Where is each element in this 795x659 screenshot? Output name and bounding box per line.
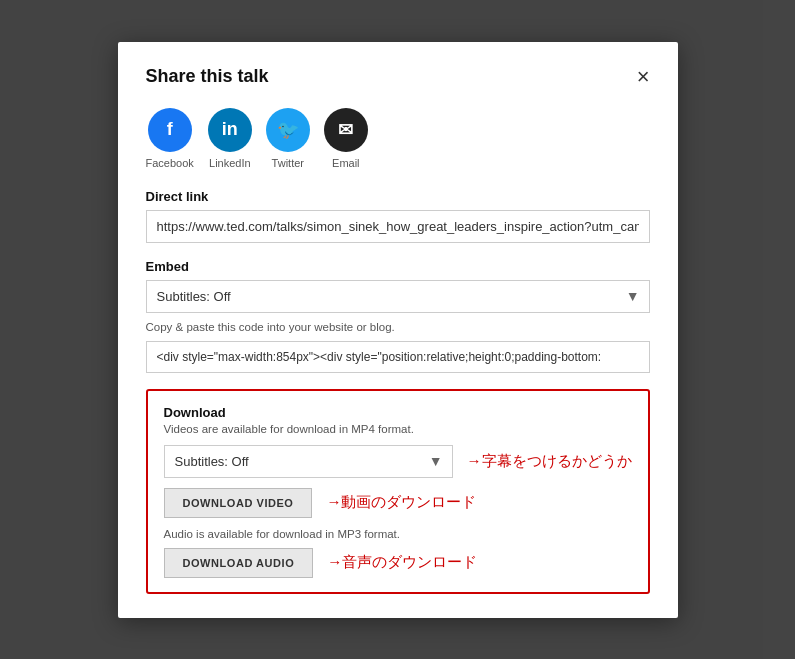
direct-link-input[interactable] <box>146 210 650 243</box>
embed-copy-hint: Copy & paste this code into your website… <box>146 321 650 333</box>
embed-subtitle-wrapper: Subtitles: Off Subtitles: On ▼ <box>146 280 650 313</box>
linkedin-icon: in <box>208 108 252 152</box>
twitter-label: Twitter <box>272 157 304 169</box>
social-icons-row: f Facebook in LinkedIn 🐦 Twitter ✉ Email <box>146 108 650 169</box>
twitter-share-button[interactable]: 🐦 Twitter <box>266 108 310 169</box>
direct-link-label: Direct link <box>146 189 650 204</box>
modal-header: Share this talk × <box>146 66 650 88</box>
facebook-label: Facebook <box>146 157 194 169</box>
embed-code-input[interactable] <box>146 341 650 373</box>
facebook-share-button[interactable]: f Facebook <box>146 108 194 169</box>
download-video-annotation: →動画のダウンロード <box>326 493 476 512</box>
email-share-button[interactable]: ✉ Email <box>324 108 368 169</box>
linkedin-share-button[interactable]: in LinkedIn <box>208 108 252 169</box>
download-subtitle-select[interactable]: Subtitles: Off Subtitles: On <box>164 445 453 478</box>
close-button[interactable]: × <box>637 66 650 88</box>
embed-label: Embed <box>146 259 650 274</box>
share-modal: Share this talk × f Facebook in LinkedIn… <box>118 42 678 618</box>
download-section: Download Videos are available for downlo… <box>146 389 650 594</box>
download-title: Download <box>164 405 632 420</box>
download-audio-button[interactable]: DOWNLOAD AUDIO <box>164 548 314 578</box>
facebook-icon: f <box>148 108 192 152</box>
audio-desc: Audio is available for download in MP3 f… <box>164 528 632 540</box>
download-video-button[interactable]: DOWNLOAD VIDEO <box>164 488 313 518</box>
download-audio-annotation: →音声のダウンロード <box>327 553 477 572</box>
download-audio-row: DOWNLOAD AUDIO →音声のダウンロード <box>164 548 632 578</box>
download-subtitle-row: Subtitles: Off Subtitles: On ▼ →字幕をつけるかど… <box>164 445 632 478</box>
embed-subtitle-select[interactable]: Subtitles: Off Subtitles: On <box>146 280 650 313</box>
embed-section: Embed Subtitles: Off Subtitles: On ▼ Cop… <box>146 259 650 373</box>
linkedin-label: LinkedIn <box>209 157 251 169</box>
direct-link-section: Direct link <box>146 189 650 259</box>
download-video-row: DOWNLOAD VIDEO →動画のダウンロード <box>164 488 632 518</box>
modal-title: Share this talk <box>146 66 269 87</box>
subtitle-annotation: →字幕をつけるかどうか <box>467 452 632 471</box>
download-subtitle-wrapper: Subtitles: Off Subtitles: On ▼ <box>164 445 453 478</box>
twitter-icon: 🐦 <box>266 108 310 152</box>
email-icon: ✉ <box>324 108 368 152</box>
email-label: Email <box>332 157 360 169</box>
download-desc: Videos are available for download in MP4… <box>164 423 632 435</box>
